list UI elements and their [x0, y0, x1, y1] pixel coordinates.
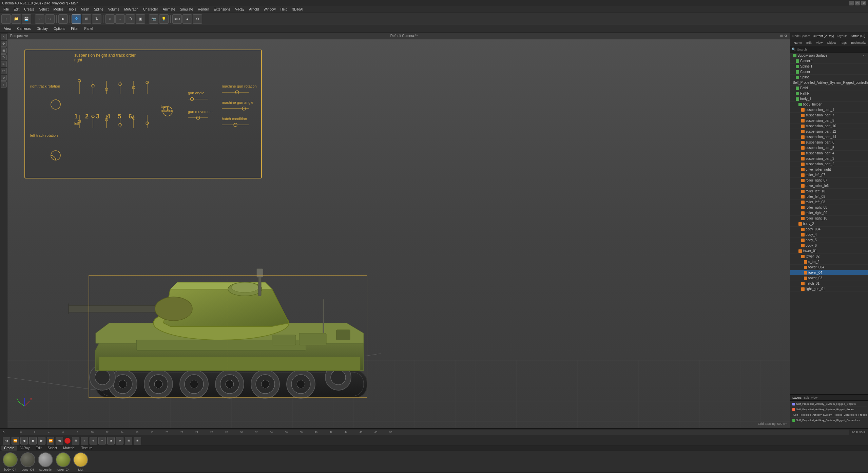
gun-angle-slider[interactable]	[188, 96, 208, 102]
viewport-settings[interactable]: ⚙	[784, 34, 787, 38]
tree-self-propelled[interactable]: Self_Propelled_Artillery_System_Rigged_c…	[790, 80, 868, 86]
toolbar-box[interactable]: BOX	[172, 14, 182, 24]
tree-suspension-part2[interactable]: suspension_part_2	[790, 162, 868, 167]
toolbar-open[interactable]: 📁	[12, 14, 21, 24]
menu-help[interactable]: Help	[278, 7, 290, 12]
material-mat[interactable]: Mat	[73, 452, 88, 471]
mode-options[interactable]: Options	[51, 26, 68, 31]
tree-suspension-part8[interactable]: suspension_part_8	[790, 118, 868, 124]
tool-scale[interactable]: ⊞	[1, 48, 7, 54]
minimize-button[interactable]: ─	[849, 1, 854, 5]
tree-tower004[interactable]: tower_004	[790, 265, 868, 270]
material-superstic[interactable]: superstic	[38, 452, 53, 471]
tree-suspension-part12[interactable]: suspension_part_12	[790, 129, 868, 134]
viewport-content[interactable]: suspension height and track orderright r…	[7, 39, 790, 428]
tool-extrude[interactable]: ↑	[1, 81, 7, 88]
tree-roller-right10[interactable]: roller_right_10	[790, 216, 868, 221]
menu-modes[interactable]: Modes	[51, 7, 65, 12]
anim-mode4[interactable]: ≡	[98, 437, 106, 444]
tree-action-lock[interactable]: ×	[865, 54, 867, 57]
tool-select[interactable]: ↖	[1, 34, 7, 40]
tool-magnet[interactable]: ⊙	[1, 75, 7, 81]
tab-object[interactable]: Object	[825, 40, 838, 45]
toolbar-camera[interactable]: 📷	[149, 14, 158, 24]
material-guns[interactable]: guns_C4	[20, 452, 35, 471]
mode-display[interactable]: Display	[34, 26, 51, 31]
tree-tower03[interactable]: tower_03	[790, 276, 868, 281]
bottom-tab-vray[interactable]: V-Ray	[18, 446, 32, 451]
anim-record[interactable]	[64, 438, 71, 444]
tree-suspension-part10[interactable]: suspension_part_10	[790, 124, 868, 129]
tab-name[interactable]: Name	[792, 40, 804, 45]
bottom-tab-texture[interactable]: Texture	[79, 446, 95, 451]
tree-cloner1[interactable]: Cloner.1	[790, 58, 868, 64]
layer-item-3[interactable]: Self_Propelled_Artillery_System_Rigged_C…	[791, 412, 867, 418]
tree-cloner[interactable]: Cloner	[790, 69, 868, 75]
search-input[interactable]	[797, 48, 867, 51]
tab-tags[interactable]: Tags	[838, 40, 849, 45]
menu-vray[interactable]: V-Ray	[233, 7, 246, 12]
menu-tools[interactable]: Tools	[66, 7, 78, 12]
toolbar-poly[interactable]: ▣	[136, 14, 145, 24]
toolbar-points[interactable]: •	[115, 14, 125, 24]
toolbar-rotate[interactable]: ↻	[92, 14, 101, 24]
menu-spline[interactable]: Spline	[92, 7, 105, 12]
anim-go-start[interactable]: ⏮	[3, 437, 10, 444]
anim-prev-frame[interactable]: ⏪	[12, 437, 19, 444]
tree-hatch01[interactable]: hatch_01	[790, 281, 868, 286]
anim-mode2[interactable]: ♪	[81, 437, 88, 444]
tree-suspension-part14[interactable]: suspension_part_14	[790, 134, 868, 140]
menu-simulate[interactable]: Simulate	[178, 7, 195, 12]
toolbar-redo[interactable]: ↪	[45, 14, 55, 24]
tree-body-helper[interactable]: body_helper	[790, 102, 868, 107]
tab-layers[interactable]: Layers	[792, 396, 802, 399]
anim-go-end[interactable]: ⏭	[56, 437, 63, 444]
toolbar-new[interactable]: ↑	[1, 14, 11, 24]
layer-item-1[interactable]: Self_Propelled_Artillery_System_Rigged_O…	[791, 401, 867, 407]
toolbar-object[interactable]: ○	[105, 14, 115, 24]
tree-ctm2[interactable]: c_tm_2	[790, 259, 868, 265]
tree-body004[interactable]: body_004	[790, 227, 868, 232]
tree-action-vis[interactable]: ●	[863, 54, 864, 57]
layer-item-2[interactable]: Self_Propelled_Artillery_System_Rigged_B…	[791, 407, 867, 412]
tree-roller-left07[interactable]: roller_left_07	[790, 172, 868, 178]
menu-mograph[interactable]: MoGraph	[122, 7, 140, 12]
tree-tower02[interactable]: tower_02	[790, 254, 868, 259]
tree-drive-roller-right[interactable]: drive_roller_right	[790, 167, 868, 172]
tree-roller-left08[interactable]: roller_left_08	[790, 200, 868, 205]
tree-body6[interactable]: body_6	[790, 243, 868, 248]
scene-tree[interactable]: Subdivision Surface ● × Cloner.1 Spline.…	[790, 53, 868, 394]
toolbar-edges[interactable]: ⬡	[126, 14, 135, 24]
tree-drive-roller-left[interactable]: drive_roller_left	[790, 183, 868, 189]
anim-mode8[interactable]: ⊠	[134, 437, 141, 444]
tree-suspension-part6[interactable]: suspension_part_6	[790, 140, 868, 145]
hatch-condition-slider[interactable]	[222, 122, 249, 128]
tree-roller-left05[interactable]: roller_left_05	[790, 194, 868, 200]
anim-play-reverse[interactable]: ◀	[20, 437, 28, 444]
tree-body2[interactable]: body_2	[790, 221, 868, 227]
tree-roller-right08[interactable]: roller_right_08	[790, 205, 868, 210]
menu-window[interactable]: Window	[262, 7, 278, 12]
tab-view[interactable]: View	[814, 40, 825, 45]
anim-mode6[interactable]: ⊕	[116, 437, 123, 444]
toolbar-undo[interactable]: ↩	[35, 14, 44, 24]
anim-play[interactable]: ▶	[38, 437, 45, 444]
menu-render[interactable]: Render	[196, 7, 211, 12]
anim-mode3[interactable]: ⊙	[90, 437, 97, 444]
tree-roller-right07[interactable]: roller_right_07	[790, 178, 868, 183]
tab-edit[interactable]: Edit	[804, 40, 814, 45]
menu-animate[interactable]: Animate	[161, 7, 177, 12]
mode-filter[interactable]: Filter	[68, 26, 81, 31]
tree-body4[interactable]: body_4	[790, 232, 868, 238]
menu-edit[interactable]: Edit	[12, 7, 21, 12]
bottom-tab-select[interactable]: Select	[45, 446, 60, 451]
tab-layers-edit[interactable]: Edit	[804, 396, 809, 399]
mode-cameras[interactable]: Cameras	[15, 26, 34, 31]
menu-create[interactable]: Create	[22, 7, 36, 12]
tool-paint[interactable]: ✏	[1, 61, 7, 67]
bottom-tab-edit[interactable]: Edit	[33, 446, 44, 451]
menu-arnold[interactable]: Arnold	[247, 7, 261, 12]
toolbar-scale[interactable]: ⊞	[82, 14, 91, 24]
tool-move[interactable]: ✛	[1, 41, 7, 47]
tree-suspension-part3[interactable]: suspension_part_3	[790, 156, 868, 162]
